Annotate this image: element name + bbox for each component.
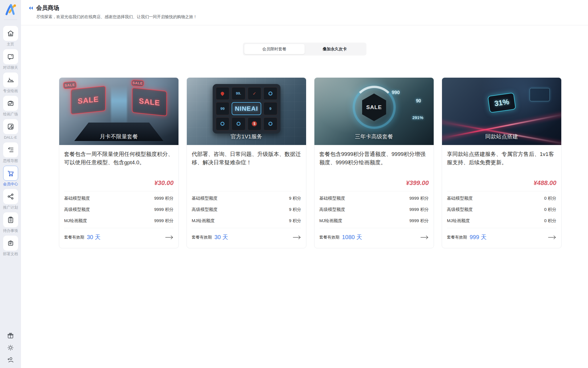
sidebar-item-label: 待办事项	[3, 229, 18, 232]
validity-label: 套餐有效期	[192, 235, 212, 240]
product-image: 31% 同款站点搭建	[442, 78, 561, 145]
double-left-chevron-icon[interactable]	[28, 5, 34, 11]
share-icon	[3, 189, 18, 204]
product-card-three-year-premium[interactable]: SALE 990 90 291% 三年卡高级套餐 套餐包含9999积分普通额度、…	[314, 77, 434, 248]
quota-value: 0 积分	[544, 207, 556, 212]
product-image-title: 月卡不限量套餐	[59, 133, 178, 140]
quota-label: 高级模型额度	[319, 207, 345, 212]
product-card-site-deployment[interactable]: 31% 同款站点搭建 享同款站点搭建服务、专属官方售后、1v1客服支持、后续免费…	[442, 77, 562, 248]
sidebar-item-label: DALL-E	[4, 136, 17, 139]
discount-tag: 31%	[487, 92, 516, 113]
arrow-right-icon[interactable]	[293, 235, 301, 240]
quota-row: 高级模型额度 9 积分	[192, 204, 301, 215]
quota-table: 基础模型额度 9999 积分 高级模型额度 9999 积分 MJ绘画额度 999…	[319, 191, 429, 228]
sidebar-item-label: 专业绘画	[3, 89, 18, 93]
mountain-image-icon	[3, 73, 18, 87]
validity-value: 30 天	[87, 233, 101, 241]
validity-label: 套餐有效期	[64, 235, 84, 240]
tab-bar: 会员限时套餐 叠加永久次卡	[243, 43, 366, 56]
hud-panel-decor	[530, 88, 550, 101]
key-decor: 9	[264, 102, 277, 115]
validity-value: 1080 天	[342, 233, 362, 241]
key-decor: $	[248, 117, 262, 130]
app-logo-icon[interactable]	[4, 3, 17, 16]
arrow-right-icon[interactable]	[420, 235, 429, 240]
quota-table: 基础模型额度 0 积分 高级模型额度 0 积分 MJ绘画额度 0 积分	[447, 191, 556, 228]
product-description: 套餐包含一周不限量使用任何模型额度积分、可以使用任意模型、包含gpt4.0。	[64, 150, 174, 178]
validity-label: 套餐有效期	[447, 235, 467, 240]
validity-value: 999 天	[470, 233, 487, 241]
arrow-right-icon[interactable]	[165, 235, 174, 240]
validity-label: 套餐有效期	[319, 235, 339, 240]
product-price: ¥30.00	[64, 178, 174, 191]
sidebar-item-member-center[interactable]: 会员中心	[3, 166, 18, 186]
sidebar-item-dalle[interactable]: DALL-E	[3, 119, 18, 139]
sidebar-item-label: 绘画广场	[3, 112, 18, 116]
product-description: 代部署、咨询、日常问题、升级版本、数据迁移、解决日常疑难杂症！	[192, 150, 301, 178]
quota-row: 高级模型额度 9999 积分	[319, 204, 429, 215]
sidebar-item-todo[interactable]: 待办事项	[3, 212, 18, 232]
quota-row: MJ绘画额度 9 积分	[192, 215, 301, 226]
keypad-decor: 99. ✓ 99 NINEAI 9 $	[213, 84, 280, 134]
product-description: 享同款站点搭建服务、专属官方售后、1v1客服支持、后续免费更新。	[447, 150, 556, 178]
nineai-logo-text: NINEAI	[232, 102, 261, 115]
tab-permanent-cards[interactable]: 叠加永久次卡	[305, 44, 365, 54]
sidebar-item-promotion[interactable]: 推广计划	[3, 189, 18, 209]
sidebar-item-mindmap[interactable]: 思维导图	[3, 142, 18, 163]
add-user-icon[interactable]	[7, 356, 14, 363]
divider	[4, 20, 17, 20]
quota-row: 高级模型额度 0 积分	[447, 204, 556, 215]
key-decor: 99	[216, 102, 230, 115]
quota-value: 9999 积分	[409, 207, 429, 212]
sidebar-item-label: 推广计划	[3, 205, 18, 209]
quota-label: 基础模型额度	[319, 196, 345, 201]
sidebar-item-label: 对话聊天	[3, 66, 18, 69]
product-image: SALE 990 90 291% 三年卡高级套餐	[314, 78, 434, 145]
quota-value: 9999 积分	[154, 218, 174, 224]
sidebar-bottom	[7, 332, 14, 368]
sidebar-item-label: 会员中心	[3, 182, 18, 186]
product-card-official-1v1[interactable]: 99. ✓ 99 NINEAI 9 $ 官方1V1服务 代部署、咨询、日常问题	[187, 77, 306, 248]
quota-value: 9999 积分	[154, 207, 174, 212]
sidebar-item-docs[interactable]: 部署文档	[3, 236, 18, 256]
quota-value: 0 积分	[544, 218, 556, 224]
quota-row: 基础模型额度 0 积分	[447, 193, 556, 204]
quota-label: 基础模型额度	[64, 196, 90, 201]
quota-table: 基础模型额度 9999 积分 高级模型额度 9999 积分 MJ绘画额度 999…	[64, 191, 174, 228]
quota-value: 0 积分	[544, 196, 556, 201]
product-image: SALE SALE SALE SALE 月卡不限量套餐	[59, 78, 178, 145]
sidebar-item-pro-drawing[interactable]: 专业绘画	[3, 73, 18, 93]
quota-label: 高级模型额度	[192, 207, 218, 212]
content: 会员限时套餐 叠加永久次卡 SALE SALE SALE SALE 月卡不限量套…	[21, 25, 588, 368]
quota-row: MJ绘画额度 9999 积分	[64, 215, 174, 226]
arrow-right-icon[interactable]	[548, 235, 556, 240]
quota-value: 9999 积分	[409, 218, 429, 224]
quota-label: MJ绘画额度	[64, 218, 87, 224]
tab-limited-packages[interactable]: 会员限时套餐	[244, 44, 305, 54]
quota-label: 基础模型额度	[192, 196, 218, 201]
sidebar-item-gallery[interactable]: 绘画广场	[3, 96, 18, 116]
sidebar-item-chat[interactable]: 对话聊天	[3, 49, 18, 69]
quota-row: 高级模型额度 9999 积分	[64, 204, 174, 215]
hologram-beam-decor	[111, 86, 127, 123]
quota-table: 基础模型额度 9 积分 高级模型额度 9 积分 MJ绘画额度 9 积分	[192, 191, 301, 228]
mindmap-icon	[3, 142, 18, 157]
product-card-monthly-unlimited[interactable]: SALE SALE SALE SALE 月卡不限量套餐 套餐包含一周不限量使用任…	[59, 77, 179, 248]
hud-number: 990	[392, 90, 400, 96]
sidebar-item-home[interactable]: 主页	[3, 26, 18, 46]
card-footer: 套餐有效期 999 天	[447, 228, 556, 248]
sun-theme-icon[interactable]	[7, 344, 14, 351]
key-decor	[216, 117, 230, 130]
sale-badge: SALE	[132, 87, 167, 117]
quota-value: 9999 积分	[409, 196, 429, 201]
gift-icon[interactable]	[7, 332, 14, 339]
cart-icon	[3, 166, 18, 181]
key-decor: 99.	[232, 87, 245, 100]
sale-badge: SALE	[71, 86, 106, 115]
main-area: 会员商场 尽情探索，欢迎光临我们的在线商店、感谢您选择我们、让我们一同开启愉悦的…	[21, 0, 588, 368]
product-cards: SALE SALE SALE SALE 月卡不限量套餐 套餐包含一周不限量使用任…	[59, 77, 588, 248]
quota-value: 9 积分	[289, 196, 301, 201]
sidebar-item-label: 思维导图	[3, 159, 18, 163]
hud-number: 291%	[412, 115, 423, 120]
card-footer: 套餐有效期 1080 天	[319, 228, 429, 248]
